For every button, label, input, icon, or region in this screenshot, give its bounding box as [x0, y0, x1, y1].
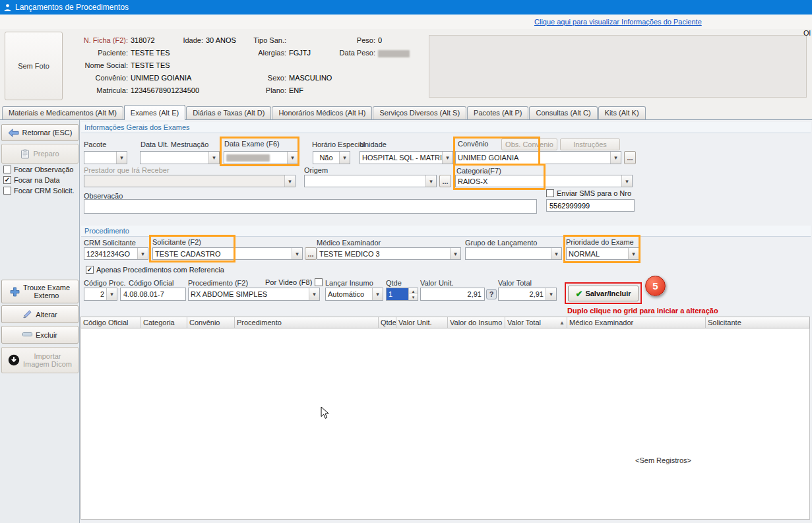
- obs-convenio-button[interactable]: Obs. Convenio: [501, 138, 557, 150]
- grid-col-qtde[interactable]: Qtde: [379, 317, 396, 328]
- grid-col-valor-unit[interactable]: Valor Unit.: [396, 317, 448, 328]
- grid-col-codigo-oficial[interactable]: Código Oficial: [81, 317, 141, 328]
- photo-placeholder-label: Sem Foto: [18, 62, 49, 70]
- grupo-lancamento-combo[interactable]: ▾: [465, 247, 562, 260]
- enviar-sms-checkbox[interactable]: Enviar SMS para o Nro: [546, 189, 631, 197]
- pencil-icon: [22, 309, 32, 319]
- horario-especial-value: Não: [313, 152, 339, 164]
- tab-pacotes[interactable]: Pacotes (Alt P): [467, 106, 528, 119]
- salvar-incluir-button[interactable]: ✔ Salvar/Incluir: [568, 286, 639, 301]
- dropdown-arrow-icon: ▾: [551, 248, 561, 259]
- solicitante-combo[interactable]: TESTE CADASTRO▾: [152, 247, 303, 260]
- grid-col-label: Valor Total: [507, 319, 541, 326]
- qtde-spinner[interactable]: 1 ▴▾: [386, 288, 418, 301]
- observacao-input[interactable]: [84, 199, 537, 214]
- data-ult-combo-value: [141, 152, 208, 164]
- focar-crm-solicit-checkbox[interactable]: Focar CRM Solicit.: [3, 187, 75, 195]
- crm-solicitante-combo[interactable]: 12341234GO▾: [84, 247, 148, 260]
- grid-header: Código Oficial Categoria Convênio Proced…: [80, 317, 810, 328]
- grid-col-convenio[interactable]: Convênio: [187, 317, 235, 328]
- valor-unit-field[interactable]: 2,91: [420, 288, 485, 301]
- grid-col-procedimento[interactable]: Procedimento: [235, 317, 379, 328]
- unidade-combo[interactable]: HOSPITAL SQL - MATRIZ▾: [359, 151, 453, 164]
- solicitante-label: Solicitante (F2): [152, 238, 201, 246]
- tab-honorarios-medicos[interactable]: Honorários Médicos (Alt H): [272, 106, 372, 119]
- origem-browse-button[interactable]: ...: [439, 175, 451, 187]
- checkbox-box: [546, 189, 554, 197]
- convenio-exame-label: Convênio: [458, 140, 488, 148]
- spin-down-icon[interactable]: ▾: [409, 294, 418, 300]
- excluir-button[interactable]: Excluir: [1, 326, 78, 344]
- grid-col-valor-total[interactable]: Valor Total▲: [505, 317, 567, 328]
- crm-solicitante-value: 12341234GO: [84, 248, 137, 259]
- tab-diarias-taxas[interactable]: Diárias e Taxas (Alt D): [186, 106, 271, 119]
- dropdown-arrow-icon: ▾: [309, 288, 319, 300]
- tab-kits[interactable]: Kits (Alt K): [598, 106, 646, 119]
- pacote-label: Pacote: [84, 140, 106, 148]
- step-badge: 5: [645, 276, 666, 296]
- instrucoes-button[interactable]: Instruções: [560, 138, 620, 150]
- retornar-button[interactable]: Retornar (ESC): [1, 124, 78, 141]
- origem-combo[interactable]: ▾: [304, 175, 437, 187]
- horario-especial-label: Horário Especial: [312, 140, 365, 148]
- grid-col-label: Convênio: [189, 319, 220, 326]
- nome-social-value: TESTE TES: [131, 59, 170, 72]
- spin-up-icon[interactable]: ▴: [409, 288, 418, 294]
- lancar-insumo-combo[interactable]: Automático▾: [325, 288, 383, 301]
- medico-examinador-value: TESTE MEDICO 3: [317, 248, 450, 259]
- trouxe-exame-externo-button[interactable]: Trouxe Exame Externo: [1, 280, 78, 303]
- por-video-checkbox[interactable]: Por Video (F8): [265, 278, 323, 286]
- sexo-label: Sexo:: [239, 72, 289, 84]
- grid-col-categoria[interactable]: Categoria: [141, 317, 187, 328]
- patient-header: Sem Foto N. Ficha (F2):318072 Paciente:T…: [0, 29, 812, 103]
- matricula-label: Matricula:: [58, 84, 131, 97]
- categoria-combo[interactable]: RAIOS-X▾: [455, 175, 633, 187]
- grid-col-valor-insumo[interactable]: Valor do Insumo: [448, 317, 505, 328]
- data-peso-label: Data Peso:: [328, 47, 378, 59]
- grid-col-label: Procedimento: [237, 319, 282, 326]
- grid-col-medico-examinador[interactable]: Médico Examinador: [567, 317, 706, 328]
- apenas-referencia-checkbox[interactable]: ✓ Apenas Procedimentos com Referencia: [86, 266, 224, 274]
- solicitante-browse-button[interactable]: ...: [305, 247, 317, 260]
- prioridade-combo[interactable]: NORMAL▾: [566, 247, 639, 260]
- help-icon[interactable]: ?: [486, 289, 497, 299]
- pacote-combo[interactable]: ▾: [84, 151, 127, 164]
- redacted-value: [226, 154, 270, 162]
- codigo-oficial-field[interactable]: 4.08.08.01-7: [120, 288, 186, 301]
- tab-consultas[interactable]: Consultas (Alt C): [529, 106, 597, 119]
- ficha-label: N. Ficha (F2):: [58, 34, 131, 47]
- dropdown-arrow-icon: ▾: [292, 248, 302, 259]
- horario-especial-combo[interactable]: Não▾: [313, 151, 350, 164]
- convenio-combo[interactable]: UNIMED GOIANIA▾: [455, 151, 621, 164]
- valor-total-combo[interactable]: 2,91▾: [498, 288, 557, 301]
- grid-col-solicitante[interactable]: Solicitante: [706, 317, 809, 328]
- checkbox-box: [3, 187, 11, 195]
- data-exame-combo-value: [224, 152, 287, 164]
- sexo-value: MASCULINO: [289, 72, 332, 84]
- codigo-proc-combo[interactable]: 2▾: [84, 288, 117, 301]
- tab-materiais-medicamentos[interactable]: Materiais e Medicamentos (Alt M): [2, 106, 123, 119]
- focar-na-data-checkbox[interactable]: ✓ Focar na Data: [3, 176, 60, 184]
- codigo-proc-value: 2: [84, 288, 106, 300]
- dropdown-arrow-icon: ▾: [372, 288, 383, 300]
- tab-servicos-diversos[interactable]: Serviços Diversos (Alt S): [373, 106, 466, 119]
- retornar-label: Retornar (ESC): [22, 129, 73, 137]
- alterar-button[interactable]: Alterar: [1, 305, 78, 323]
- excluir-label: Excluir: [36, 331, 57, 339]
- focar-na-data-label: Focar na Data: [14, 176, 60, 184]
- patient-info-link[interactable]: Clique aqui para visualizar Informações …: [534, 18, 702, 26]
- prestador-combo[interactable]: ▾: [84, 175, 296, 187]
- tab-exames[interactable]: Exames (Alt E): [124, 105, 185, 120]
- dropdown-arrow-icon: ▾: [425, 175, 436, 187]
- procedimento-combo[interactable]: RX ABDOME SIMPLES▾: [188, 288, 320, 301]
- green-check-icon: ✔: [576, 289, 583, 299]
- data-ult-combo[interactable]: ▾: [140, 151, 220, 164]
- importar-dicom-button[interactable]: Importar Imagem Dicom: [1, 347, 78, 373]
- focar-observacao-checkbox[interactable]: Focar Observação: [3, 166, 73, 173]
- medico-examinador-combo[interactable]: TESTE MEDICO 3▾: [317, 247, 461, 260]
- solicitante-value: TESTE CADASTRO: [153, 248, 292, 259]
- convenio-browse-button[interactable]: ...: [624, 151, 636, 164]
- data-exame-combo[interactable]: ▾: [224, 151, 298, 164]
- sms-number-input[interactable]: [546, 199, 635, 212]
- preparo-button[interactable]: Preparo: [1, 144, 78, 164]
